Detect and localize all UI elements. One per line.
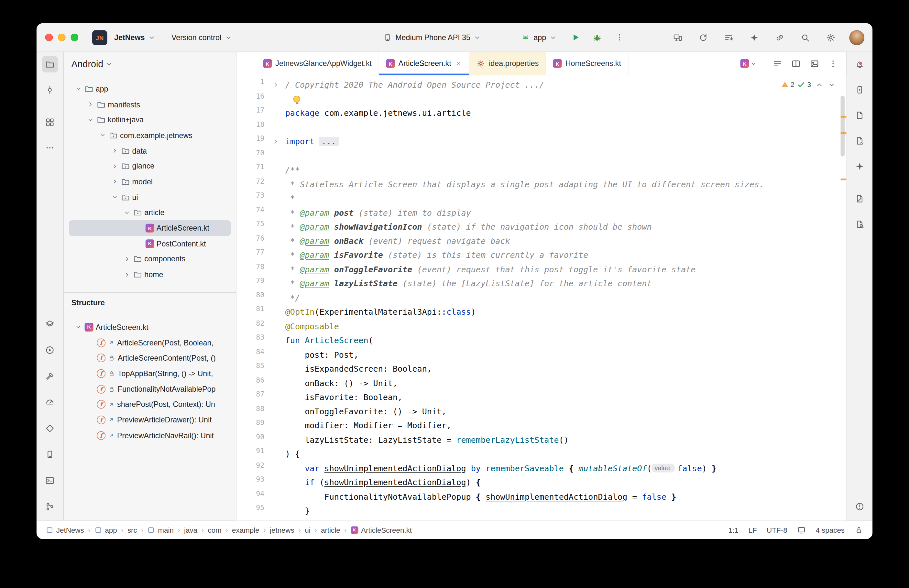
gutter-line-86[interactable]: 86 [236,376,282,390]
code-line-93[interactable]: if (showUnimplementedActionDialog) { [285,475,846,489]
profiler-button[interactable] [42,394,58,410]
project-item-kotlin-java[interactable]: kotlin+java [69,112,231,128]
version-control-button[interactable] [42,82,58,98]
editor-preview-button[interactable] [807,56,822,71]
code-area[interactable]: / Copyright 2020 The Android Open Source… [282,78,846,520]
git-button[interactable] [42,498,58,515]
intention-bulb-icon[interactable] [294,95,300,103]
gutter-line-70[interactable]: 70 [236,149,282,163]
project-item-ui[interactable]: ui [69,189,231,205]
chevron-down-icon[interactable] [98,131,107,139]
tab-homescreens-kt[interactable]: KHomeScreens.kt [546,52,629,75]
warning-stripe-mark[interactable] [841,132,846,134]
fold-region-icon[interactable] [271,137,279,145]
code-line-71[interactable]: /** [285,163,846,177]
notifications-button[interactable] [852,56,868,73]
app-inspection-button[interactable] [42,420,58,436]
chevron-right-icon[interactable] [111,178,119,186]
code-line-81[interactable]: @OptIn(ExperimentalMaterial3Api::class) [285,305,846,319]
breadcrumb-app[interactable]: app [94,526,117,534]
chevron-down-icon[interactable] [74,323,82,331]
code-line-78[interactable]: * @param onToggleFavorite (event) reques… [285,262,846,276]
device-streaming-button[interactable] [670,29,686,45]
structure-item-previewarticlenavrail-unit[interactable]: fPreviewArticleNavRail(): Unit [69,428,231,443]
more-actions-button[interactable] [611,29,627,45]
project-item-app[interactable]: app [69,81,231,97]
run-button[interactable] [567,29,583,45]
gutter-line-89[interactable]: 89 [236,418,282,433]
gutter-line-77[interactable]: 77 [236,248,282,262]
gutter-line-92[interactable]: 92 [236,461,282,475]
code-line-86[interactable]: onBack: () -> Unit, [285,376,846,390]
gutter-line-81[interactable]: 81 [236,305,282,319]
minimize-window-button[interactable] [58,34,65,41]
structure-item-topappbar-string-unit[interactable]: fTopAppBar(String, () -> Unit, [69,366,231,381]
gutter-line-1[interactable]: 1 [236,78,282,92]
gutter-line-19[interactable]: 19 [236,134,282,149]
code-line-89[interactable]: modifier: Modifier = Modifier, [285,418,846,433]
gutter-line-72[interactable]: 72 [236,177,282,191]
previous-problem-button[interactable] [815,81,823,88]
breadcrumb-jetnews[interactable]: jetnews [270,526,294,534]
gutter-line-85[interactable]: 85 [236,362,282,376]
code-line-19[interactable]: import... [285,134,846,149]
editor-scrollbar[interactable] [841,96,845,157]
file-encoding[interactable]: UTF-8 [767,526,787,534]
close-window-button[interactable] [45,34,53,41]
resource-manager-button[interactable] [42,114,58,130]
passed-indicator[interactable]: 3 [798,81,811,89]
problems-button[interactable] [852,498,868,515]
gutter-line-87[interactable]: 87 [236,390,282,404]
code-line-85[interactable]: isExpandedScreen: Boolean, [285,362,846,376]
project-item-article[interactable]: article [69,205,231,221]
build-variants-button[interactable] [42,316,58,332]
project-item-components[interactable]: components [69,251,231,267]
chevron-down-icon[interactable] [74,85,82,93]
code-line-88[interactable]: onToggleFavorite: () -> Unit, [285,404,846,418]
code-line-17[interactable]: package com.example.jetnews.ui.article [285,106,846,120]
project-item-articlescreen-kt[interactable]: KArticleScreen.kt [69,220,231,236]
split-editor-button[interactable] [788,56,804,71]
code-line-1[interactable]: / Copyright 2020 The Android Open Source… [285,78,846,92]
restore-button[interactable] [695,29,711,45]
code-line-82[interactable]: @Composable [285,319,846,333]
breadcrumb-com[interactable]: com [208,526,221,534]
chevron-right-icon[interactable] [111,147,119,155]
tab-idea-properties[interactable]: idea.properties [470,52,546,75]
warning-stripe-mark[interactable] [841,179,846,180]
code-line-77[interactable]: * @param isFavorite (state) is this item… [285,248,846,262]
code-line-84[interactable]: post: Post, [285,347,846,362]
changes-button[interactable] [852,191,868,207]
gutter-line-78[interactable]: 78 [236,262,282,276]
dependencies-button[interactable] [852,132,868,149]
breadcrumb-jetnews[interactable]: JetNews [46,526,84,534]
gutter-line-91[interactable]: 91 [236,447,282,461]
device-manager-button[interactable] [42,446,58,462]
code-line-18[interactable] [285,120,846,134]
structure-item-previewarticledrawer-unit[interactable]: fPreviewArticleDrawer(): Unit [69,412,231,428]
line-ending[interactable]: LF [749,526,757,534]
project-item-glance[interactable]: glance [69,158,231,174]
version-control-menu[interactable]: Version control [167,29,236,46]
gutter-line-95[interactable]: 95 [236,504,282,518]
chevron-right-icon[interactable] [123,255,131,263]
share-button[interactable] [772,29,788,45]
gutter-line-17[interactable]: 17 [236,106,282,120]
gutter-line-94[interactable]: 94 [236,489,282,504]
code-line-87[interactable]: isFavorite: Boolean, [285,390,846,404]
project-item-postcontent-kt[interactable]: KPostContent.kt [69,236,231,251]
project-item-model[interactable]: model [69,174,231,189]
inspections-widget[interactable]: 2 3 [778,79,838,90]
breadcrumb-ui[interactable]: ui [305,526,310,534]
gutter-line-88[interactable]: 88 [236,404,282,418]
project-item-manifests[interactable]: manifests [69,97,231,112]
gutter-line-84[interactable]: 84 [236,347,282,362]
warning-stripe-mark[interactable] [841,116,846,117]
structure-item-articlescreencontent-post[interactable]: fArticleScreenContent(Post, () [69,350,231,366]
readonly-lock-icon[interactable] [855,526,864,534]
gutter-line-93[interactable]: 93 [236,475,282,489]
running-devices-button[interactable] [852,82,868,98]
monitor-icon[interactable] [797,526,806,534]
breadcrumb-articlescreen-kt[interactable]: KArticleScreen.kt [351,526,412,534]
search-button[interactable] [797,29,813,45]
